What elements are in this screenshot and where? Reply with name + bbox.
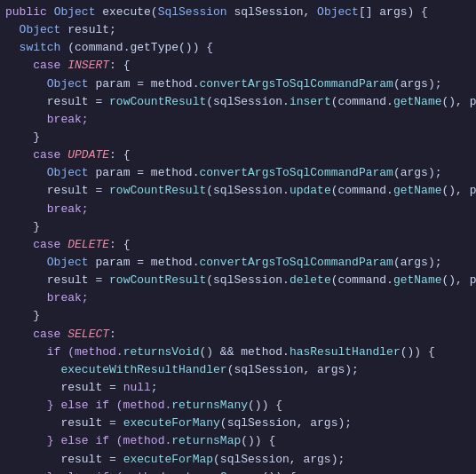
code-line: break;	[0, 111, 476, 129]
code-line: }	[0, 129, 476, 146]
code-line: case SELECT:	[0, 326, 476, 344]
code-line: break;	[0, 201, 476, 218]
code-line: Object param = method.convertArgsToSqlCo…	[0, 164, 476, 182]
code-line: result = executeForMany(sqlSession, args…	[0, 415, 476, 432]
code-line: break;	[0, 289, 476, 307]
code-line: result = null;	[0, 379, 476, 397]
code-line: executeWithResultHandler(sqlSession, arg…	[0, 361, 476, 379]
code-line: switch (command.getType()) {	[0, 39, 476, 57]
code-line: case INSERT: {	[0, 57, 476, 75]
code-line: } else if (method.returnsMany()) {	[0, 397, 476, 415]
code-line: } else if (method.returnsMap()) {	[0, 432, 476, 450]
code-line: Object result;	[0, 21, 476, 39]
code-line: }	[0, 307, 476, 325]
code-line: result = rowCountResult(sqlSession.updat…	[0, 182, 476, 200]
code-line: case UPDATE: {	[0, 146, 476, 164]
code-line: if (method.returnsVoid() && method.hasRe…	[0, 344, 476, 361]
code-line: Object param = method.convertArgsToSqlCo…	[0, 254, 476, 272]
code-line: Object param = method.convertArgsToSqlCo…	[0, 75, 476, 93]
code-line: result = rowCountResult(sqlSession.inser…	[0, 93, 476, 111]
code-line: public Object execute(SqlSession sqlSess…	[0, 4, 476, 21]
code-editor: public Object execute(SqlSession sqlSess…	[0, 0, 476, 474]
code-line: result = rowCountResult(sqlSession.delet…	[0, 272, 476, 289]
code-line: } else if (method.returnsCursor()) {	[0, 469, 476, 474]
code-line: case DELETE: {	[0, 236, 476, 254]
code-line: result = executeForMap(sqlSession, args)…	[0, 451, 476, 469]
code-line: }	[0, 218, 476, 236]
